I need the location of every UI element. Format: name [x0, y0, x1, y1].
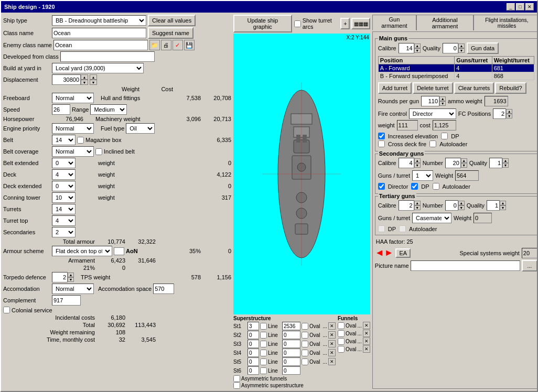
- arcs-plus-button[interactable]: +: [340, 18, 350, 29]
- fire-control-select[interactable]: Director: [409, 108, 456, 119]
- increased-elevation-checkbox[interactable]: [378, 133, 385, 139]
- ter-num-up[interactable]: ▲: [458, 201, 465, 205]
- calibre-down[interactable]: ▼: [414, 48, 421, 53]
- st2-line-val[interactable]: [282, 331, 300, 339]
- deck-ext-select[interactable]: 0: [52, 181, 76, 191]
- conning-select[interactable]: 10: [52, 192, 76, 203]
- displacement-down[interactable]: ▼: [81, 80, 88, 85]
- torpedo-up[interactable]: ▲: [68, 273, 74, 277]
- build-yard-select[interactable]: Local yard (39,000): [52, 63, 144, 73]
- engine-priority-select[interactable]: Normal: [52, 123, 94, 134]
- fuel-type-select[interactable]: Oil: [126, 123, 155, 134]
- sec-select[interactable]: 2: [52, 227, 76, 237]
- developed-input[interactable]: [60, 51, 155, 62]
- st5-close[interactable]: ✕: [328, 358, 336, 365]
- funnel3-close[interactable]: ✕: [363, 337, 370, 345]
- st6-input[interactable]: [248, 366, 259, 375]
- ter-number-input[interactable]: [445, 200, 458, 211]
- sec-number-input[interactable]: [445, 158, 461, 168]
- ter-guns-select[interactable]: Casemate:: [412, 213, 451, 223]
- table-row[interactable]: A - Forward 4 681: [378, 64, 534, 72]
- turrets-select[interactable]: 14: [52, 204, 76, 214]
- tab-additional[interactable]: Additional armament: [416, 15, 474, 30]
- folder-button[interactable]: 📁: [149, 40, 160, 50]
- ter-num-down[interactable]: ▼: [458, 205, 465, 210]
- sec-num-down[interactable]: ▼: [461, 163, 467, 168]
- funnel2-close[interactable]: ✕: [363, 330, 370, 337]
- rounds-up[interactable]: ▲: [439, 96, 446, 101]
- st5-input[interactable]: [248, 357, 259, 366]
- sec-calibre-input[interactable]: [399, 158, 414, 168]
- st3-input[interactable]: [248, 340, 259, 348]
- st5-checkbox[interactable]: [260, 358, 267, 365]
- st2-input[interactable]: [248, 331, 259, 339]
- displacement-up[interactable]: ▲: [81, 74, 88, 80]
- asym-funnels-checkbox[interactable]: [233, 375, 240, 382]
- tab-gun-armament[interactable]: Gun armament: [372, 15, 416, 30]
- funnel1-checkbox[interactable]: [338, 322, 345, 329]
- st2-checkbox[interactable]: [260, 332, 267, 339]
- funnel4-checkbox[interactable]: [338, 346, 345, 353]
- print-button[interactable]: 🖨: [161, 40, 171, 50]
- close-button[interactable]: ✕: [525, 3, 534, 10]
- st4-line-val[interactable]: [282, 349, 300, 357]
- cross-deck-checkbox[interactable]: [378, 140, 385, 147]
- st3-oval-checkbox[interactable]: [302, 341, 308, 347]
- fc-up[interactable]: ▲: [506, 109, 512, 114]
- asym-sup-checkbox[interactable]: [233, 382, 240, 389]
- clear-turrets-button[interactable]: Clear turrets: [454, 82, 494, 94]
- displacement-down2[interactable]: ▼: [90, 80, 97, 85]
- st2-oval-checkbox[interactable]: [302, 332, 308, 339]
- sec-director-checkbox[interactable]: [378, 183, 385, 190]
- calibre-input[interactable]: [399, 43, 414, 53]
- ter-calibre-down[interactable]: ▼: [414, 205, 421, 210]
- quality-input[interactable]: [443, 43, 458, 53]
- fc-down[interactable]: ▼: [506, 114, 512, 118]
- complement-input[interactable]: [52, 295, 81, 306]
- enemy-class-input[interactable]: [53, 40, 148, 50]
- quality-up[interactable]: ▲: [458, 43, 465, 48]
- sec-qual-down[interactable]: ▼: [502, 163, 509, 168]
- funnel2-checkbox[interactable]: [338, 330, 345, 337]
- show-arcs-checkbox[interactable]: [294, 20, 301, 27]
- st4-input[interactable]: [248, 349, 259, 357]
- st6-checkbox[interactable]: [260, 367, 267, 374]
- st1-checkbox[interactable]: [260, 323, 267, 330]
- picture-browse-button[interactable]: ...: [522, 260, 537, 271]
- rounds-input[interactable]: [421, 96, 439, 106]
- rebuild-button[interactable]: Rebuild?: [495, 82, 526, 94]
- sec-calibre-down[interactable]: ▼: [414, 163, 421, 168]
- colonial-checkbox[interactable]: [3, 307, 10, 313]
- st5-line-val[interactable]: [282, 357, 300, 366]
- ea-button[interactable]: EA: [395, 248, 411, 258]
- tab-flight[interactable]: Flight installations, missiles: [474, 15, 538, 30]
- save-button[interactable]: 💾: [184, 40, 195, 50]
- st1-line-val[interactable]: [282, 322, 300, 330]
- freeboard-select[interactable]: Normal: [52, 93, 94, 103]
- clear-all-button[interactable]: Clear all values: [148, 15, 196, 26]
- table-row[interactable]: B - Forward superimposed 4 868: [378, 72, 534, 80]
- sec-autoloader-checkbox[interactable]: [433, 183, 439, 190]
- class-name-input[interactable]: [52, 28, 146, 38]
- ter-quality-input[interactable]: [487, 200, 500, 211]
- dp-checkbox[interactable]: [441, 133, 448, 139]
- maximize-button[interactable]: □: [516, 3, 524, 10]
- st1-input[interactable]: [248, 322, 259, 330]
- st3-close[interactable]: ✕: [328, 340, 336, 347]
- check-button[interactable]: ✓: [173, 40, 183, 50]
- ter-qual-up[interactable]: ▲: [500, 201, 506, 205]
- belt-select[interactable]: 14: [52, 135, 76, 145]
- sec-quality-input[interactable]: [489, 158, 502, 168]
- belt-coverage-select[interactable]: Normal: [52, 146, 94, 157]
- ter-autoloader-checkbox[interactable]: [399, 225, 406, 232]
- belt-ext-select[interactable]: 0: [52, 158, 76, 168]
- quality-down[interactable]: ▼: [458, 48, 465, 53]
- funnel1-close[interactable]: ✕: [363, 322, 370, 329]
- st5-oval-checkbox[interactable]: [302, 358, 308, 365]
- gun-data-button[interactable]: Gun data: [467, 42, 499, 54]
- calibre-up[interactable]: ▲: [414, 43, 421, 48]
- add-turret-button[interactable]: Add turret: [378, 82, 412, 94]
- sec-guns-turret-select[interactable]: 1: [412, 170, 433, 181]
- ter-dp-checkbox[interactable]: [378, 225, 385, 232]
- st4-checkbox[interactable]: [260, 350, 267, 356]
